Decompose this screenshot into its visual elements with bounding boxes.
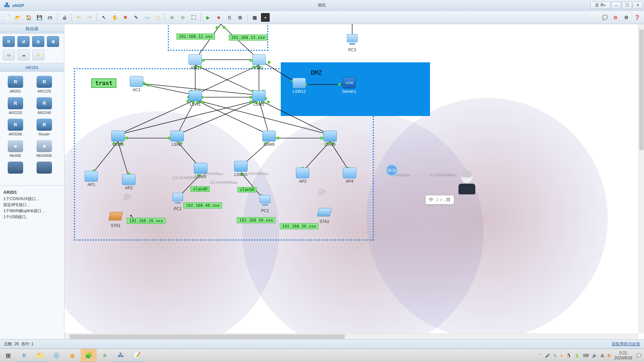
delete-icon[interactable]: ✖ [121,13,130,22]
tray-cloud-icon[interactable]: ● [560,353,562,358]
save-icon[interactable]: 💾 [35,13,44,22]
horizontal-scrollbar[interactable] [64,334,638,339]
timer-bubble[interactable]: 00:10 [386,164,398,176]
cat-cloud-icon[interactable]: ☁ [17,50,30,60]
message-icon[interactable]: 💬 [600,13,609,22]
tray-kb-icon[interactable]: ⌨ [583,353,589,358]
note-icon[interactable]: ▭ [143,13,151,22]
fit-icon[interactable]: ⛶ [189,13,198,22]
device-more1[interactable] [3,160,28,175]
node-lsw6[interactable]: LSW6 [323,131,337,147]
tb-app2-icon[interactable]: 🧩 [80,349,97,362]
device-more2[interactable] [32,160,57,175]
tray-volume-icon[interactable]: 🔊 [592,353,597,358]
tray-net-icon[interactable]: 🖧 [600,353,604,358]
cat-firewall-icon[interactable]: ⊞ [47,36,59,47]
device-ar2240[interactable]: AR2240 [32,96,57,116]
speed-label: 9/5G/0Mbps [203,172,223,176]
assistant-avatar[interactable] [457,172,477,195]
cat-pc-icon[interactable]: ▭ [3,50,15,60]
tb-wechat-icon[interactable]: ✳ [97,349,113,362]
tray-battery-icon[interactable]: 🔋 [575,353,580,358]
device-ar201[interactable]: AR201 [3,74,28,95]
saveall-icon[interactable]: 🗃 [46,13,54,22]
node-sta2[interactable]: STA2 [318,208,331,224]
node-lsw12[interactable]: LSW12 [292,78,306,94]
device-router[interactable]: Router [32,117,57,137]
new-topo-icon[interactable]: 📄 [3,13,11,22]
node-lsw2[interactable]: LSW2 [252,90,266,107]
redo-icon[interactable]: ↷ [85,13,94,22]
print-icon[interactable]: 🖨 [60,13,69,22]
home-icon[interactable]: 🏠 [24,13,33,22]
cat-router-icon[interactable]: R [3,36,15,47]
tb-explorer-icon[interactable]: 📁 [32,349,48,362]
device-ne5000e[interactable]: ▥NE5000E [32,139,57,159]
huawei-icon[interactable]: ✿ [611,13,620,22]
device-ar2220[interactable]: AR2220 [3,96,28,116]
tray-s-icon[interactable]: S [608,353,610,358]
start-button[interactable]: ⊞ [0,349,16,362]
restore-button[interactable]: ❐ [622,2,632,9]
zoomin-icon[interactable]: ⊕ [168,13,176,22]
device-ar1220[interactable]: AR1220 [32,74,57,95]
minimize-button[interactable]: — [611,2,621,9]
cat-link-icon[interactable]: ⚡ [32,50,44,60]
coverage-circle [366,98,608,339]
topology-canvas[interactable]: DMZ trust [64,24,644,339]
tray-expand-icon[interactable]: ˄ [539,353,541,358]
tb-app1-icon[interactable]: ◉ [64,349,80,362]
zoomout-icon[interactable]: ⊖ [178,13,187,22]
node-fw1[interactable]: FW1 [189,54,202,70]
node-ap3[interactable]: AP3 [296,168,309,184]
node-server1[interactable]: .COMServer1 [342,77,356,94]
settings-icon[interactable]: ⚙ [622,13,631,22]
tray-mic-icon[interactable]: 🎤 [545,353,550,358]
tb-ensp-icon[interactable]: 🖧 [113,349,129,362]
node-lsw7[interactable]: LSW7 [170,131,184,147]
tb-ie-icon[interactable]: ⓔ [48,349,64,362]
node-lsw10[interactable]: LSW10 [234,161,248,177]
node-pc2[interactable]: PC2 [258,195,272,213]
node-lsw1[interactable]: LSW1 [189,90,202,107]
ime-floating-bar[interactable]: 中 ☽ ○ , 简 [425,195,454,204]
table-icon[interactable]: ▦ [250,13,259,22]
vertical-scrollbar[interactable] [638,24,644,334]
taskbar-clock[interactable]: 0:212020/6/19 [614,351,632,360]
tb-edge-icon[interactable]: e [16,349,32,362]
cat-wlan-icon[interactable]: ◎ [32,36,44,47]
stop-icon[interactable]: ■ [214,13,223,22]
cat-switch-icon[interactable]: ⇄ [17,36,30,47]
node-ap4[interactable]: AP4 [343,168,356,184]
capture-icon[interactable]: ⎙ [225,13,234,22]
device-ar3260[interactable]: AR3260 [3,117,28,137]
edit-icon[interactable]: ✎ [132,13,141,22]
node-lsw5[interactable]: LSW5 [111,131,125,147]
node-pc1[interactable]: PC1 [171,193,184,211]
tray-notifications-icon[interactable]: 💬 [636,353,641,358]
node-ap1[interactable]: AP1 [85,171,98,187]
node-fw2[interactable]: FW2 [252,54,266,70]
node-ac1[interactable]: AC1 [130,76,143,92]
node-sta1[interactable]: STA1 [109,212,122,228]
node-pc3[interactable]: PC3 [345,34,359,52]
menu-button[interactable]: 菜 单▾ [590,2,610,9]
tb-notepad-icon[interactable]: 📝 [129,349,145,362]
start-icon[interactable]: ▶ [204,13,212,22]
open-icon[interactable]: 📂 [13,13,22,22]
hand-icon[interactable]: ✋ [110,13,119,22]
tray-sync-icon[interactable]: ↻ [553,353,557,358]
device-grid[interactable]: AR201 AR1220 AR2220 AR2240 AR3260 Router… [0,72,64,186]
help-icon[interactable]: ❓ [633,13,641,22]
select-icon[interactable]: ↖ [100,13,108,22]
node-ap2[interactable]: AP2 [122,174,136,190]
rect-icon[interactable]: ▢ [153,13,162,22]
close-button[interactable]: ✕ [633,2,643,9]
help-link[interactable]: 获取帮助与反馈 [612,341,640,347]
undo-icon[interactable]: ↶ [74,13,83,22]
device-ne40e[interactable]: ▥NE40E [3,139,28,159]
arrange-icon[interactable]: ⊞ [236,13,245,22]
node-lsw8[interactable]: LSW8 [262,131,276,147]
tray-qq-icon[interactable]: 🐧 [566,353,571,358]
console-icon[interactable]: ▪ [261,13,270,22]
